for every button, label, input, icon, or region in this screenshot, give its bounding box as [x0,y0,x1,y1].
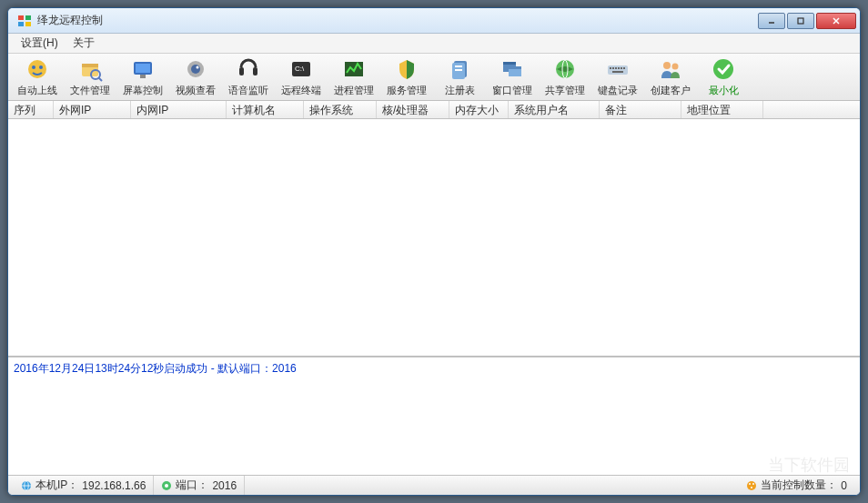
svg-point-54 [752,483,754,485]
statusbar: 本机IP： 192.168.1.66 端口： 2016 当前控制数量： 0 [8,475,860,495]
log-line: 2016年12月24日13时24分12秒启动成功 - 默认端口：2016 [14,361,854,377]
column-header[interactable]: 地理位置 [681,101,763,118]
keylogger-icon [605,56,631,82]
svg-rect-5 [798,18,803,24]
tool-label: 创建客户 [651,84,691,97]
log-panel[interactable]: 2016年12月24日13时24分12秒启动成功 - 默认端口：2016 [8,357,860,475]
tool-label: 屏幕控制 [123,84,163,97]
svg-rect-33 [509,66,521,69]
svg-point-19 [191,65,200,74]
audio-listen-icon [236,56,261,82]
local-ip-value: 192.168.1.66 [82,479,146,492]
window-manager-icon [500,56,525,82]
tool-share-manager[interactable]: 共享管理 [540,55,590,99]
count-icon [746,480,757,491]
minimize-button[interactable] [758,13,785,29]
remote-terminal-icon: C:\ [288,56,314,82]
svg-line-14 [98,77,102,81]
svg-point-55 [751,487,752,488]
tool-create-client[interactable]: 创建客户 [645,55,696,99]
tool-label: 注册表 [445,84,475,97]
svg-rect-29 [455,69,462,71]
tool-label: 最小化 [709,84,739,97]
menu-settings[interactable]: 设置(H) [14,34,66,53]
tool-label: 进程管理 [334,84,374,97]
toolbar: 自动上线文件管理屏幕控制视频查看语音监听C:\远程终端进程管理服务管理注册表窗口… [8,54,860,101]
svg-rect-22 [253,67,257,75]
file-manager-icon [77,56,103,82]
svg-rect-41 [621,67,622,69]
svg-point-52 [747,481,756,490]
auto-online-icon [25,56,50,82]
column-header[interactable]: 核/处理器 [377,101,449,118]
app-window: 绎龙远程控制 设置(H) 关于 自动上线文件管理屏幕控制视频查看语音监听C:\远… [7,7,861,496]
column-header[interactable]: 备注 [600,101,681,118]
tool-keylogger[interactable]: 键盘记录 [592,55,643,99]
column-header[interactable]: 系统用户名 [509,101,600,118]
tool-label: 视频查看 [176,84,216,97]
tool-label: 文件管理 [70,84,110,97]
tool-service-manager[interactable]: 服务管理 [381,55,432,99]
menubar: 设置(H) 关于 [8,34,860,54]
list-header: 序列外网IP内网IP计算机名操作系统核/处理器内存大小系统用户名备注地理位置 [8,101,860,119]
svg-rect-16 [136,64,150,73]
tool-video-view[interactable]: 视频查看 [170,55,221,99]
port-icon [161,480,172,491]
tool-window-manager[interactable]: 窗口管理 [487,55,538,99]
column-header[interactable]: 外网IP [54,101,131,118]
app-icon [17,14,32,28]
svg-point-53 [749,483,751,485]
svg-rect-21 [239,67,244,75]
svg-rect-37 [610,67,611,69]
service-manager-icon [394,56,419,82]
tool-label: 远程终端 [281,84,321,97]
tool-minimize-app[interactable]: 最小化 [698,55,749,99]
svg-point-9 [32,65,35,69]
tool-remote-terminal[interactable]: C:\远程终端 [276,55,327,99]
tool-file-manager[interactable]: 文件管理 [65,55,116,99]
svg-rect-2 [18,22,24,26]
svg-rect-40 [618,67,620,69]
svg-rect-0 [18,15,24,20]
svg-text:C:\: C:\ [295,65,305,73]
video-view-icon [183,56,208,82]
svg-rect-3 [25,22,31,26]
svg-rect-28 [455,65,462,67]
column-header[interactable]: 操作系统 [304,101,377,118]
tool-audio-listen[interactable]: 语音监听 [223,55,274,99]
close-button[interactable] [816,13,856,29]
tool-process-manager[interactable]: 进程管理 [328,55,379,99]
column-header[interactable]: 计算机名 [227,101,304,118]
column-header[interactable]: 内存大小 [449,101,509,118]
port-value: 2016 [212,479,237,492]
svg-point-44 [663,62,671,69]
svg-point-20 [197,66,199,69]
globe-icon [21,480,32,491]
tool-label: 服务管理 [387,84,427,97]
menu-about[interactable]: 关于 [66,34,102,53]
svg-rect-42 [623,67,625,69]
svg-rect-38 [612,67,614,69]
minimize-app-icon [711,56,736,82]
svg-rect-36 [608,65,628,75]
status-port: 端口： 2016 [154,476,245,495]
process-manager-icon [341,56,367,82]
tool-label: 窗口管理 [492,84,532,97]
window-title: 绎龙远程控制 [37,13,756,28]
create-client-icon [658,56,683,82]
maximize-button[interactable] [787,13,814,29]
tool-auto-online[interactable]: 自动上线 [12,55,63,99]
tool-label: 自动上线 [17,84,57,97]
column-header[interactable]: 序列 [8,101,54,118]
tool-screen-control[interactable]: 屏幕控制 [117,55,168,99]
column-header[interactable]: 内网IP [131,101,227,118]
screen-control-icon [130,56,156,82]
tool-label: 键盘记录 [598,84,638,97]
tool-registry[interactable]: 注册表 [434,55,485,99]
svg-rect-17 [140,75,146,78]
svg-point-10 [39,65,43,69]
window-buttons [756,13,856,29]
svg-point-51 [165,484,168,488]
list-body[interactable] [8,119,860,357]
svg-rect-32 [503,62,516,65]
